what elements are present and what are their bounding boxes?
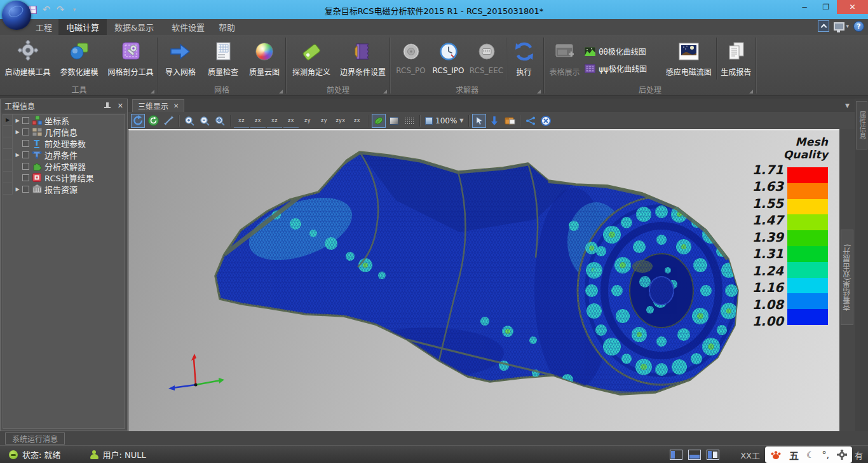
checkbox[interactable] [22, 186, 29, 193]
view-zx-button[interactable]: zx [250, 114, 266, 128]
gear-icon [17, 39, 39, 64]
expander-icon[interactable]: ▶ [13, 129, 22, 135]
layout-left-panel-icon[interactable] [670, 450, 682, 460]
view-xz-button[interactable]: xz [234, 114, 249, 128]
solver-rcs-eec-button[interactable]: RCS_EEC [468, 36, 506, 75]
mesh-partition-tool-button[interactable]: 网格剖分工具 [105, 36, 157, 77]
expander-icon[interactable]: ▶ [13, 118, 22, 123]
ime-settings-gear-icon[interactable] [837, 450, 847, 460]
layout-right-panel-icon[interactable] [707, 450, 719, 460]
capture-folder-button[interactable] [503, 114, 517, 128]
zoom-fit-button[interactable] [213, 114, 227, 128]
dialog-launcher-icon[interactable] [537, 90, 541, 93]
probe-angle-button[interactable]: 探测角定义 [287, 36, 336, 77]
drop-down-arrow-button[interactable] [487, 114, 501, 128]
system-messages-tab[interactable]: 系统运行消息 [5, 432, 65, 445]
footer-text-right: 有 [855, 449, 863, 461]
solver-rcs-ipo-button[interactable]: RCS_IPO [430, 36, 468, 75]
parametric-modeling-button[interactable]: 参数化建模 [54, 36, 105, 77]
restore-button[interactable]: ❐ [815, 0, 837, 14]
flat-shade-button[interactable] [387, 114, 401, 128]
checkbox[interactable] [22, 140, 29, 147]
ribbon-tab-settings[interactable]: 软件设置 [164, 19, 212, 35]
zoom-in-button[interactable] [182, 114, 196, 128]
tab-3d-display[interactable]: 三维显示 ✕ [132, 99, 184, 112]
view-zx2-button[interactable]: zx [283, 114, 299, 128]
3d-viewport[interactable]: Mesh Quality 1.711.63 1.551.47 1.391.31 … [128, 129, 839, 431]
tree-item-boundary-conditions[interactable]: ▶ 边界条件 [3, 149, 125, 160]
quality-contour-button[interactable]: 质量云图 [244, 36, 285, 77]
ime-punctuation-icon[interactable]: °, [822, 450, 829, 460]
help-button[interactable]: ? [853, 21, 864, 32]
psi-polar-curve-button[interactable]: ψψ极化曲线图 [585, 63, 661, 74]
quality-check-button[interactable]: 质量检查 [202, 36, 244, 77]
dialog-launcher-icon[interactable] [279, 90, 283, 93]
close-button[interactable]: ✕ [837, 0, 868, 14]
ime-wubi-mode[interactable]: 五 [789, 448, 799, 462]
solver-rcs-po-button[interactable]: RCS_PO [393, 36, 430, 75]
view-zy2-button[interactable]: zy [316, 114, 332, 128]
ribbon-tab-help[interactable]: 帮助 [211, 19, 243, 35]
checkbox[interactable] [22, 117, 29, 124]
cancel-button[interactable] [539, 114, 553, 128]
select-mode-button[interactable] [472, 114, 486, 128]
view-xz2-button[interactable]: xz [267, 114, 282, 128]
ime-paw-icon [770, 450, 782, 460]
dialog-launcher-icon[interactable] [749, 90, 753, 93]
tree-item-geometry-info[interactable]: ▶ 几何信息 [3, 126, 125, 137]
close-panel-icon[interactable]: ✕ [118, 102, 123, 110]
tree-item-preprocess-params[interactable]: T 前处理参数 [3, 137, 125, 149]
expander-icon[interactable]: ▶ [13, 186, 22, 192]
checkbox[interactable] [22, 128, 29, 135]
tree-item-report-resources[interactable]: ▶ 报告资源 [3, 183, 125, 195]
induced-current-map-button[interactable]: 感应电磁流图 [661, 36, 716, 77]
checkbox[interactable] [22, 151, 29, 158]
expander-icon[interactable]: ▶ [13, 152, 22, 158]
tree-item-analysis-solver[interactable]: 分析求解器 [3, 160, 125, 172]
display-style-button[interactable]: ▾ [834, 22, 849, 31]
dialog-launcher-icon[interactable] [383, 90, 387, 93]
sync-view-button[interactable] [146, 114, 160, 128]
checkbox[interactable] [22, 163, 29, 170]
collapse-ribbon-button[interactable] [818, 20, 829, 32]
boundary-condition-button[interactable]: 边界条件设置 [336, 36, 390, 77]
rotate-view-button[interactable] [131, 114, 145, 128]
view-zy-button[interactable]: zy [300, 114, 315, 128]
ime-halfmoon-icon[interactable]: ☾ [806, 450, 815, 460]
titlebar: ↶ ↷ ▾ 复杂目标RCS电磁分析软件2015 R1 - RCS_2015031… [0, 0, 868, 19]
tree-item-coordinate-system[interactable]: ▶ ▶ 坐标系 [3, 114, 125, 126]
legend-title: Mesh Quality [748, 135, 828, 161]
wireframe-points-button[interactable] [402, 114, 416, 128]
ribbon-tab-em-compute[interactable]: 电磁计算 [58, 19, 107, 35]
view-iso1-button[interactable]: zyx [333, 114, 348, 128]
launch-modeling-tool-button[interactable]: 启动建模工具 [2, 36, 54, 77]
photo-icon [678, 39, 700, 64]
layout-bottom-panel-icon[interactable] [688, 450, 701, 460]
theta-polar-curve-button[interactable]: θθ极化曲线图 [585, 46, 661, 57]
zoom-out-button[interactable] [198, 114, 212, 128]
tab-list-dropdown-icon[interactable]: ▼ [845, 102, 850, 109]
table-display-button[interactable]: 表格展示 [545, 36, 585, 77]
generate-report-button[interactable]: 生成报告 [717, 36, 756, 77]
smooth-shade-leaf-button[interactable] [372, 114, 386, 128]
view-iso2-button[interactable]: zx [349, 114, 365, 128]
dialog-launcher-icon[interactable] [151, 90, 154, 93]
ribbon-tab-data-display[interactable]: 数据&显示 [107, 19, 161, 35]
pin-icon[interactable] [104, 102, 111, 110]
minimize-button[interactable]: − [794, 0, 815, 14]
app-logo-icon [2, 1, 31, 30]
properties-tab[interactable]: 属性信息 [856, 101, 867, 149]
import-mesh-button[interactable]: 导入网格 [159, 36, 202, 77]
execute-button[interactable]: 执行 [506, 36, 542, 77]
row-selector[interactable]: ▶ [3, 114, 13, 126]
ime-toolbar[interactable]: 五 ☾ °, [765, 446, 852, 463]
checkbox[interactable] [22, 174, 29, 181]
zoom-level-control[interactable]: 100% ▼ [423, 116, 465, 125]
geometry-grid-icon [32, 127, 42, 137]
tab-close-icon[interactable]: ✕ [173, 102, 179, 109]
view-results-tab[interactable]: 查看结果(双击展开) [841, 230, 853, 325]
share-link-button[interactable] [524, 114, 538, 128]
pan-zoom-arrow-button[interactable] [161, 114, 175, 128]
ribbon-tab-project[interactable]: 工程 [28, 19, 60, 35]
tree-item-rcs-results[interactable]: RCS计算结果 [3, 172, 125, 183]
